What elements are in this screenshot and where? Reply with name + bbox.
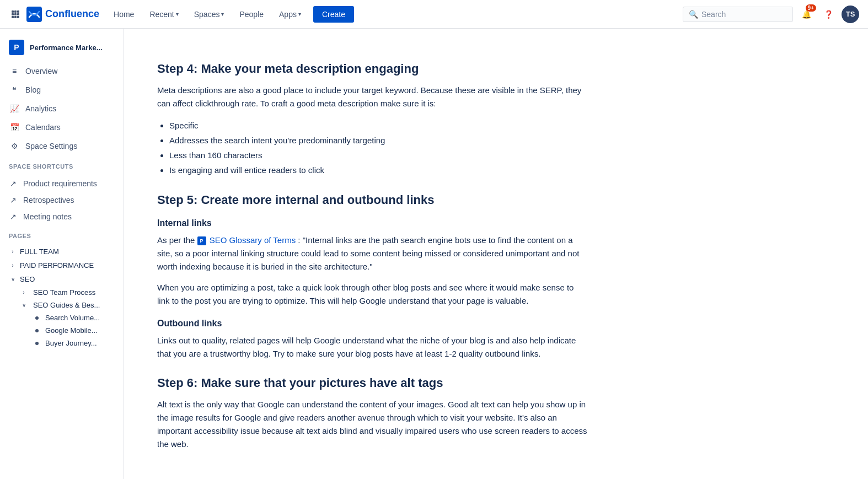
shortcuts-label: Space Shortcuts <box>9 160 115 171</box>
seo-children: › SEO Team Process ∨ SEO Guides & Bes...… <box>0 286 124 349</box>
grid-icon[interactable] <box>9 8 22 21</box>
svg-rect-5 <box>17 13 19 15</box>
step4-list: Specific Addresses the search intent you… <box>157 118 587 177</box>
pages-item-full-team-label: FULL TEAM <box>20 247 59 256</box>
svg-rect-1 <box>14 10 17 13</box>
analytics-icon: 📈 <box>9 103 20 114</box>
step4-intro: Meta descriptions are also a good place … <box>157 84 587 110</box>
chevron-down-icon: ∨ <box>9 276 17 282</box>
step6-heading: Step 6: Make sure that your pictures hav… <box>157 376 587 390</box>
list-item: Specific <box>169 118 587 133</box>
space-name: Performance Marke... <box>30 44 103 52</box>
nav-spaces[interactable]: Spaces▾ <box>189 7 230 22</box>
svg-rect-4 <box>14 13 17 15</box>
sidebar-item-calendars-label: Calendars <box>25 123 61 132</box>
pages-label: Pages <box>9 229 115 240</box>
svg-rect-0 <box>12 10 14 13</box>
sidebar-shortcut-product-requirements[interactable]: ↗ Product requirements <box>0 175 124 192</box>
topnav-right: 🔍 🔔 9+ ❓ TS <box>683 6 859 23</box>
svg-rect-3 <box>12 13 14 15</box>
sidebar: P Performance Marke... ≡ Overview ❝ Blog… <box>0 29 124 479</box>
pages-item-seo-team-process-label: SEO Team Process <box>33 288 95 297</box>
bullet-icon <box>35 316 39 320</box>
search-icon: 🔍 <box>689 10 698 19</box>
pages-item-paid-performance-label: PAID PERFORMANCE <box>20 261 94 270</box>
create-button[interactable]: Create <box>313 6 354 23</box>
page-inline-icon: P <box>197 236 206 245</box>
nav-home[interactable]: Home <box>108 7 140 22</box>
notifications-button[interactable]: 🔔 9+ <box>797 6 815 23</box>
overview-icon: ≡ <box>9 66 20 77</box>
confluence-logo[interactable]: Confluence <box>26 7 99 22</box>
chevron-right-icon: › <box>9 249 17 255</box>
spaces-chevron: ▾ <box>221 11 224 17</box>
pages-item-paid-performance[interactable]: › PAID PERFORMANCE <box>0 259 124 272</box>
sidebar-item-overview-label: Overview <box>25 67 57 76</box>
sidebar-item-space-settings[interactable]: ⚙ Space Settings <box>0 137 124 155</box>
seo-glossary-link[interactable]: SEO Glossary of Terms <box>210 234 296 247</box>
shortcut-meeting-notes-label: Meeting notes <box>23 212 72 221</box>
internal-links-heading: Internal links <box>157 218 587 228</box>
sidebar-shortcut-retrospectives[interactable]: ↗ Retrospectives <box>0 192 124 208</box>
space-icon: P <box>9 40 24 55</box>
pages-item-seo[interactable]: ∨ SEO <box>0 272 124 286</box>
shortcut-retrospectives-label: Retrospectives <box>23 196 74 204</box>
pages-item-search-volume[interactable]: Search Volume... <box>31 311 124 324</box>
chevron-right-icon-2: › <box>9 262 17 268</box>
internal-links-para2: When you are optimizing a post, take a q… <box>157 281 587 308</box>
pages-item-google-mobile-label: Google Mobile... <box>45 326 98 335</box>
external-link-icon-2: ↗ <box>9 196 18 204</box>
sidebar-item-blog[interactable]: ❝ Blog <box>0 80 124 99</box>
bullet-icon-3 <box>35 342 39 345</box>
svg-rect-2 <box>17 10 19 13</box>
search-input[interactable] <box>701 10 787 19</box>
sidebar-shortcut-meeting-notes[interactable]: ↗ Meeting notes <box>0 208 124 225</box>
sidebar-item-analytics[interactable]: 📈 Analytics <box>0 99 124 118</box>
list-item: Addresses the search intent you're predo… <box>169 133 587 148</box>
pages-item-google-mobile[interactable]: Google Mobile... <box>31 324 124 337</box>
external-link-icon: ↗ <box>9 179 18 188</box>
search-box[interactable]: 🔍 <box>683 7 793 22</box>
internal-links-para: As per the P SEO Glossary of Terms : "In… <box>157 234 587 273</box>
apps-chevron: ▾ <box>298 11 301 17</box>
notification-badge: 9+ <box>806 4 816 12</box>
step6-para: Alt text is the only way that Google can… <box>157 398 587 451</box>
pages-item-buyer-journey-label: Buyer Journey... <box>45 339 97 347</box>
chevron-down-icon-2: ∨ <box>20 302 28 308</box>
step5-heading: Step 5: Create more internal and outboun… <box>157 193 587 207</box>
pages-item-search-volume-label: Search Volume... <box>45 314 100 322</box>
sidebar-item-calendars[interactable]: 📅 Calendars <box>0 118 124 137</box>
help-icon: ❓ <box>824 10 833 19</box>
settings-icon: ⚙ <box>9 141 20 152</box>
nav-people[interactable]: People <box>234 7 269 22</box>
nav-recent[interactable]: Recent▾ <box>144 7 184 22</box>
top-navigation: Confluence Home Recent▾ Spaces▾ People A… <box>0 0 868 29</box>
external-link-icon-3: ↗ <box>9 212 18 221</box>
svg-rect-6 <box>12 16 14 18</box>
pages-item-seo-guides[interactable]: ∨ SEO Guides & Bes... <box>15 299 124 311</box>
pages-item-seo-guides-label: SEO Guides & Bes... <box>33 301 100 309</box>
step4-heading: Step 4: Make your meta description engag… <box>157 62 587 76</box>
avatar[interactable]: TS <box>842 6 859 23</box>
main-content: Step 4: Make your meta description engag… <box>124 29 620 479</box>
page-layout: P Performance Marke... ≡ Overview ❝ Blog… <box>0 29 868 479</box>
pages-section: › FULL TEAM › PAID PERFORMANCE ∨ SEO › S… <box>0 245 124 349</box>
pages-item-seo-team-process[interactable]: › SEO Team Process <box>15 286 124 299</box>
svg-rect-7 <box>14 16 17 18</box>
outbound-links-para: Links out to quality, related pages will… <box>157 334 587 360</box>
pages-item-buyer-journey[interactable]: Buyer Journey... <box>31 337 124 349</box>
outbound-links-heading: Outbound links <box>157 319 587 329</box>
space-header[interactable]: P Performance Marke... <box>0 35 124 62</box>
as-per-text: As per the <box>157 235 197 245</box>
list-item: Is engaging and will entice readers to c… <box>169 163 587 177</box>
bullet-icon-2 <box>35 329 39 332</box>
pages-item-full-team[interactable]: › FULL TEAM <box>0 245 124 259</box>
sidebar-item-overview[interactable]: ≡ Overview <box>0 62 124 80</box>
nav-apps[interactable]: Apps▾ <box>274 7 307 22</box>
calendars-icon: 📅 <box>9 122 20 133</box>
shortcut-product-requirements-label: Product requirements <box>23 179 97 188</box>
sidebar-item-blog-label: Blog <box>25 85 41 94</box>
help-button[interactable]: ❓ <box>819 6 837 23</box>
list-item: Less than 160 characters <box>169 148 587 163</box>
pages-item-seo-label: SEO <box>20 275 35 283</box>
